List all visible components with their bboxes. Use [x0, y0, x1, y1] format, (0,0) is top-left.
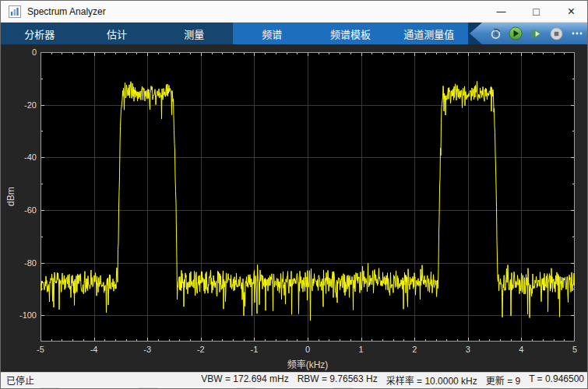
x-tick-label: 4: [519, 345, 523, 354]
stop-icon: [550, 27, 563, 40]
statusbar: 已停止 VBW = 172.694 mHz RBW = 9.76563 Hz 采…: [1, 372, 588, 387]
playback-controls: [468, 23, 588, 44]
tab-estimation[interactable]: 估计: [78, 23, 155, 44]
tab-spectrum[interactable]: 频谱: [233, 23, 312, 44]
x-tick-label: -2: [197, 345, 205, 354]
y-tick-label: -40: [1, 152, 37, 162]
status-rbw: RBW = 9.76563 Hz: [298, 373, 378, 387]
status-vbw: VBW = 172.694 mHz: [201, 373, 288, 387]
tab-channel-measurements[interactable]: 通道测量值: [389, 23, 468, 44]
status-state: 已停止: [6, 373, 34, 387]
y-tick-label: -60: [1, 205, 37, 215]
x-tick-label: 1: [359, 345, 364, 354]
x-tick-label: -3: [143, 345, 151, 354]
spectrum-plot-region: dBm 频率(kHz) -5-4-3-2-10123450-20-40-60-8…: [1, 44, 588, 372]
window-title: Spectrum Analyzer: [27, 6, 106, 17]
x-tick-label: -4: [90, 345, 98, 354]
status-sample-rate: 采样率 = 10.0000 kHz: [386, 373, 477, 387]
status-metrics: VBW = 172.694 mHz RBW = 9.76563 Hz 采样率 =…: [201, 373, 584, 387]
maximize-button[interactable]: □: [519, 1, 554, 22]
x-tick-label: -5: [37, 345, 44, 354]
rerun-icon: [489, 27, 502, 40]
app-icon: [9, 5, 21, 18]
x-tick-label: 0: [305, 345, 310, 354]
more-options-button[interactable]: [569, 25, 586, 42]
y-tick-label: 0: [1, 47, 37, 57]
toolstrip: 分析器 估计 测量 频谱 频谱模板 通道测量值: [1, 23, 588, 44]
x-tick-label: 2: [412, 345, 417, 354]
y-tick-label: -100: [1, 310, 37, 320]
x-tick-label: 5: [572, 345, 577, 354]
close-button[interactable]: ×: [554, 1, 588, 22]
x-axis-label: 频率(kHz): [40, 357, 575, 370]
spectrum-plot-canvas[interactable]: [40, 52, 575, 342]
tab-analyzer[interactable]: 分析器: [1, 23, 78, 44]
minimize-button[interactable]: —: [484, 1, 519, 22]
status-updates: 更新 = 9: [486, 373, 520, 387]
x-tick-label: 3: [466, 345, 470, 354]
step-forward-icon: [530, 27, 543, 40]
y-tick-label: -20: [1, 100, 37, 110]
tab-group-contextual: 频谱 频谱模板 通道测量值: [233, 23, 468, 44]
status-time: T = 0.946500: [529, 373, 584, 387]
window-controls: — □ ×: [484, 1, 588, 22]
y-tick-label: -80: [1, 258, 37, 268]
tab-spectral-mask[interactable]: 频谱模板: [312, 23, 390, 44]
run-button[interactable]: [507, 25, 524, 42]
step-forward-button[interactable]: [528, 25, 545, 42]
y-axis-label: dBm: [5, 52, 16, 342]
ellipsis-icon: [571, 27, 583, 40]
play-icon: [509, 26, 523, 40]
stop-button[interactable]: [548, 25, 565, 42]
rerun-button[interactable]: [487, 25, 504, 42]
titlebar: Spectrum Analyzer — □ ×: [1, 1, 588, 23]
x-tick-label: -1: [251, 345, 259, 354]
spectrum-analyzer-window: Spectrum Analyzer — □ × 分析器 估计 测量 频谱 频谱模…: [0, 0, 588, 389]
tab-measurements[interactable]: 测量: [156, 23, 233, 44]
tab-group-main: 分析器 估计 测量: [1, 23, 233, 44]
